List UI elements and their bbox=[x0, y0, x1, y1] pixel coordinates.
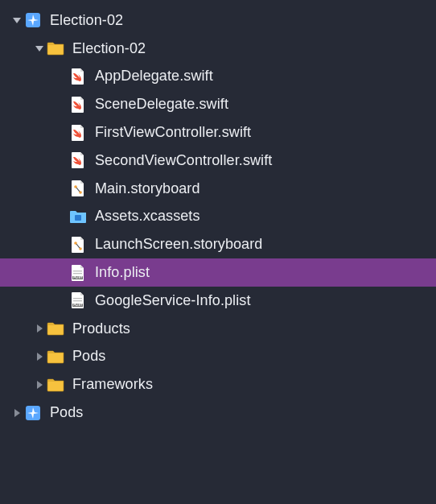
tree-row-label: Main.storyboard bbox=[95, 180, 200, 197]
tree-row[interactable]: Assets.xcassets bbox=[0, 203, 436, 231]
plist-icon bbox=[69, 264, 87, 282]
tree-row[interactable]: Main.storyboard bbox=[0, 175, 436, 203]
tree-row-label: Assets.xcassets bbox=[95, 208, 200, 225]
tree-row-label: Products bbox=[72, 320, 130, 337]
tree-row[interactable]: Pods bbox=[0, 399, 436, 427]
project-navigator[interactable]: Election-02Election-02AppDelegate.swiftS… bbox=[0, 6, 436, 427]
assets-icon bbox=[69, 208, 87, 225]
disclosure-triangle-icon[interactable] bbox=[32, 323, 47, 334]
tree-row-label: Frameworks bbox=[72, 376, 153, 393]
disclosure-triangle-icon[interactable] bbox=[32, 43, 47, 54]
swift-icon bbox=[69, 96, 87, 114]
plist-icon bbox=[69, 291, 87, 309]
tree-row[interactable]: AppDelegate.swift bbox=[0, 63, 436, 91]
tree-row[interactable]: FirstViewController.swift bbox=[0, 118, 436, 147]
disclosure-triangle-icon[interactable] bbox=[32, 351, 47, 362]
disclosure-triangle-icon[interactable] bbox=[10, 14, 24, 26]
tree-row[interactable]: Products bbox=[0, 315, 436, 343]
tree-row[interactable]: GoogleService-Info.plist bbox=[0, 287, 436, 315]
tree-row-label: SecondViewController.swift bbox=[95, 152, 272, 169]
tree-row-label: LaunchScreen.storyboard bbox=[95, 236, 262, 253]
tree-row-label: Election-02 bbox=[50, 12, 123, 29]
folder-icon bbox=[47, 348, 64, 366]
disclosure-triangle-icon[interactable] bbox=[32, 379, 47, 390]
xcodeproj-icon bbox=[24, 11, 42, 29]
tree-row[interactable]: SceneDelegate.swift bbox=[0, 90, 436, 118]
tree-row-label: GoogleService-Info.plist bbox=[95, 292, 251, 309]
tree-row-label: SceneDelegate.swift bbox=[95, 96, 228, 113]
disclosure-triangle-icon[interactable] bbox=[10, 407, 24, 419]
tree-row[interactable]: Election-02 bbox=[0, 6, 436, 35]
tree-row[interactable]: Pods bbox=[0, 343, 436, 371]
folder-icon bbox=[47, 39, 64, 57]
folder-icon bbox=[47, 320, 64, 337]
swift-icon bbox=[69, 151, 87, 169]
folder-icon bbox=[47, 376, 64, 394]
storyboard-icon bbox=[69, 180, 87, 197]
tree-row-label: Pods bbox=[50, 404, 83, 421]
swift-icon bbox=[69, 124, 87, 142]
xcodeproj-icon bbox=[24, 404, 42, 422]
tree-row-label: Election-02 bbox=[72, 40, 146, 57]
tree-row-label: AppDelegate.swift bbox=[95, 68, 213, 85]
tree-row[interactable]: Frameworks bbox=[0, 370, 436, 399]
tree-row[interactable]: LaunchScreen.storyboard bbox=[0, 230, 436, 258]
tree-row-label: Pods bbox=[72, 348, 105, 365]
tree-row[interactable]: SecondViewController.swift bbox=[0, 147, 436, 175]
tree-row-label: FirstViewController.swift bbox=[95, 124, 251, 141]
tree-row[interactable]: Info.plist bbox=[0, 258, 436, 287]
tree-row[interactable]: Election-02 bbox=[0, 35, 436, 63]
swift-icon bbox=[69, 68, 87, 85]
storyboard-icon bbox=[69, 236, 87, 254]
tree-row-label: Info.plist bbox=[95, 264, 150, 281]
